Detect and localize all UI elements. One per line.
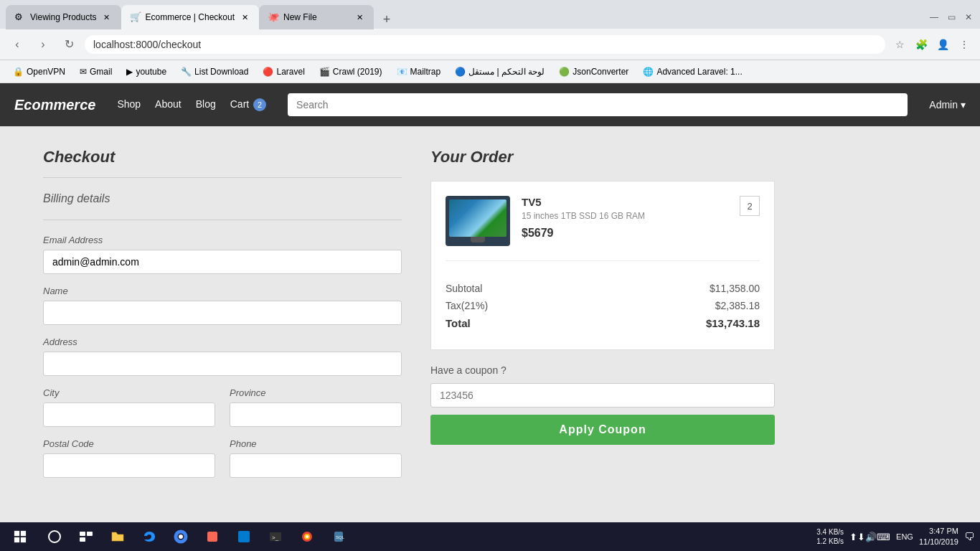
- tab-close-2[interactable]: ✕: [239, 11, 250, 23]
- postal-group: Postal Code: [43, 438, 215, 478]
- bookmark-crawl[interactable]: 🎬 Crawl (2019): [314, 65, 388, 79]
- quantity-badge: 2: [740, 196, 760, 216]
- notification-icon[interactable]: 🗨: [964, 531, 974, 542]
- order-summary-section: Your Order TV5 15 inches 1TB SSD 16 GB R…: [430, 148, 775, 535]
- total-row: Total $13,743.18: [446, 317, 760, 329]
- search-box: [288, 93, 908, 116]
- tab-bar: ⚙ Viewing Products ✕ 🛒 Ecommerce | Check…: [6, 5, 923, 29]
- bookmark-mustaqil[interactable]: 🔵 لوحة التحكم | مستقل: [449, 65, 550, 79]
- network-speed: 3.4 KB/s 1.2 KB/s: [816, 527, 844, 546]
- total-label: Total: [446, 317, 471, 329]
- apply-coupon-button[interactable]: Apply Coupon: [430, 415, 775, 445]
- browser-tab-2[interactable]: 🛒 Ecommerce | Checkout ✕: [121, 5, 260, 29]
- phone-group: Phone: [230, 438, 402, 478]
- new-tab-button[interactable]: +: [377, 9, 397, 29]
- order-title: Your Order: [430, 148, 775, 166]
- menu-icon[interactable]: ⋮: [956, 36, 973, 53]
- reload-button[interactable]: ↻: [59, 34, 79, 55]
- province-input[interactable]: [230, 402, 402, 427]
- profile-icon[interactable]: 👤: [934, 36, 951, 53]
- svg-rect-1: [21, 531, 26, 536]
- svg-rect-11: [238, 531, 250, 542]
- nav-shop[interactable]: Shop: [117, 98, 141, 111]
- extensions-icon[interactable]: 🧩: [913, 36, 930, 53]
- taskbar-chrome2[interactable]: [293, 525, 321, 548]
- taskbar-terminal[interactable]: >_: [261, 525, 290, 548]
- coupon-input[interactable]: [430, 383, 775, 408]
- taskbar-cortana[interactable]: [40, 525, 69, 548]
- city-input[interactable]: [43, 402, 215, 427]
- page-body: Checkout Billing details Email Address N…: [0, 126, 980, 551]
- bookmark-icon-mustaqil: 🔵: [455, 67, 466, 77]
- bookmark-icon-laravel: 🔴: [263, 67, 273, 77]
- star-icon[interactable]: ☆: [891, 36, 908, 53]
- cart-count-badge: 2: [253, 98, 266, 111]
- bookmark-laravel[interactable]: 🔴 Laravel: [257, 65, 310, 79]
- forward-button[interactable]: ›: [33, 34, 53, 55]
- address-input[interactable]: [43, 352, 402, 376]
- email-group: Email Address: [43, 235, 402, 274]
- total-value: $13,743.18: [706, 317, 760, 329]
- nav-cart[interactable]: Cart 2: [230, 98, 266, 111]
- subtotal-value: $11,358.00: [710, 283, 760, 294]
- bookmark-jsonconverter[interactable]: 🟢 JsonConverter: [553, 65, 634, 79]
- product-name: TV5: [522, 196, 760, 208]
- language-indicator: ENG: [896, 532, 913, 541]
- close-window-button[interactable]: ✕: [963, 11, 974, 23]
- tax-row: Tax(21%) $2,385.18: [446, 300, 760, 311]
- bookmark-icon-jsonconverter: 🟢: [559, 67, 570, 77]
- taskbar-items: >_ SQL: [34, 525, 816, 548]
- postal-input[interactable]: [43, 453, 215, 478]
- bookmark-icon-crawl: 🎬: [319, 67, 330, 77]
- tab-title-2: Ecommerce | Checkout: [146, 12, 235, 22]
- product-image: [446, 196, 510, 246]
- url-input[interactable]: [85, 35, 885, 54]
- minimize-button[interactable]: —: [928, 11, 940, 23]
- tab-close-3[interactable]: ✕: [354, 11, 365, 23]
- bookmark-openvpn[interactable]: 🔒 OpenVPN: [7, 65, 71, 79]
- tab-favicon-3: 🐙: [268, 11, 279, 23]
- svg-text:SQL: SQL: [336, 535, 345, 540]
- tab-close-1[interactable]: ✕: [101, 11, 113, 23]
- taskbar-taskview[interactable]: [72, 525, 100, 548]
- checkout-title: Checkout: [43, 148, 402, 178]
- phone-input[interactable]: [230, 453, 402, 478]
- bookmark-listdownload[interactable]: 🔧 List Download: [175, 65, 254, 79]
- city-group: City: [43, 387, 215, 427]
- bookmark-youtube[interactable]: ▶ youtube: [121, 65, 172, 79]
- taskbar-explorer[interactable]: [103, 525, 132, 548]
- search-input[interactable]: [288, 93, 908, 116]
- admin-dropdown-arrow: ▾: [961, 99, 966, 110]
- subtotal-label: Subtotal: [446, 283, 482, 294]
- product-details: TV5 15 inches 1TB SSD 16 GB RAM $5679: [522, 196, 760, 240]
- browser-tab-3[interactable]: 🐙 New File ✕: [259, 5, 374, 29]
- title-bar: ⚙ Viewing Products ✕ 🛒 Ecommerce | Check…: [0, 0, 980, 29]
- browser-tab-1[interactable]: ⚙ Viewing Products ✕: [6, 5, 121, 29]
- email-input[interactable]: [43, 250, 402, 274]
- start-button[interactable]: [6, 525, 34, 548]
- back-button[interactable]: ‹: [7, 34, 27, 55]
- tax-label: Tax(21%): [446, 300, 488, 311]
- address-bar: ‹ › ↻ ☆ 🧩 👤 ⋮: [0, 29, 980, 60]
- taskbar-sublime[interactable]: [198, 525, 227, 548]
- nav-blog[interactable]: Blog: [196, 98, 216, 111]
- taskbar-chrome[interactable]: [166, 525, 195, 548]
- tax-value: $2,385.18: [715, 300, 760, 311]
- address-label: Address: [43, 336, 402, 347]
- taskbar-mysql[interactable]: SQL: [324, 525, 353, 548]
- bookmark-advlaravel[interactable]: 🌐 Advanced Laravel: 1...: [637, 65, 748, 79]
- bookmark-mailtrap[interactable]: 📧 Mailtrap: [391, 65, 447, 79]
- taskbar-edge[interactable]: [135, 525, 164, 548]
- order-box: TV5 15 inches 1TB SSD 16 GB RAM $5679 2 …: [430, 181, 775, 350]
- nav-about[interactable]: About: [155, 98, 182, 111]
- system-clock: 3:47 PM 11/10/2019: [919, 526, 958, 548]
- name-input[interactable]: [43, 301, 402, 325]
- maximize-button[interactable]: ▭: [946, 11, 957, 23]
- svg-point-9: [179, 534, 183, 539]
- taskbar-vscode[interactable]: [230, 525, 258, 548]
- tv-screen: [449, 199, 507, 237]
- site-brand[interactable]: Ecommerce: [14, 97, 95, 113]
- phone-label: Phone: [230, 438, 402, 449]
- admin-dropdown[interactable]: Admin ▾: [929, 99, 966, 110]
- bookmark-gmail[interactable]: ✉ Gmail: [74, 65, 118, 79]
